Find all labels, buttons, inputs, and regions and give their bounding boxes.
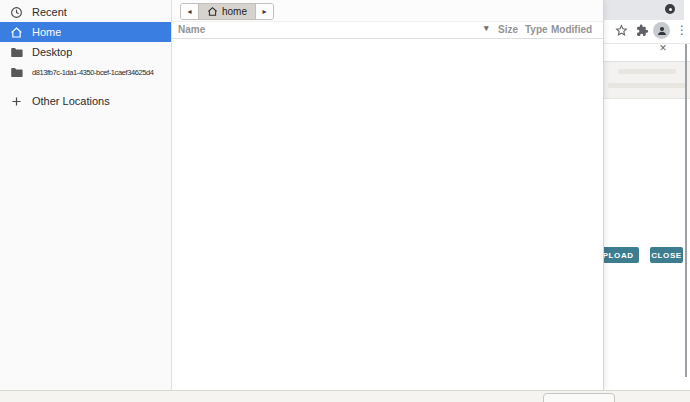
faint-text-bar [618, 69, 676, 74]
folder-icon [10, 66, 23, 79]
screen: ⋮ × UPLOAD CLOSE Recent Ho [0, 0, 690, 402]
column-header-size[interactable]: Size [498, 24, 518, 35]
breadcrumb-current-label: home [222, 6, 247, 17]
column-header-type[interactable]: Type [525, 24, 548, 35]
sidebar-item-volume[interactable]: d813fb7c-1da1-4350-bcef-1caef34625d4 [0, 62, 171, 82]
file-list-empty-area [172, 39, 603, 390]
browser-menu-icon[interactable]: ⋮ [676, 22, 686, 39]
places-sidebar: Recent Home Desktop d813fb7c-1da1-4350-b… [0, 0, 172, 390]
window-edge-scrollbar[interactable] [685, 44, 687, 377]
file-chooser-dialog: Recent Home Desktop d813fb7c-1da1-4350-b… [0, 0, 604, 390]
column-header-name[interactable]: Name [178, 24, 205, 35]
sidebar-item-desktop[interactable]: Desktop [0, 42, 171, 62]
extensions-puzzle-icon[interactable] [636, 24, 649, 37]
breadcrumb-current-button[interactable]: home [198, 4, 256, 19]
breadcrumb: ◂ home ▸ [180, 3, 274, 20]
sort-indicator-icon: ▾ [484, 23, 489, 33]
sidebar-item-label: Desktop [32, 46, 72, 58]
sidebar-item-home[interactable]: Home [0, 22, 171, 42]
plus-icon [10, 95, 23, 108]
sidebar-separator [0, 82, 171, 91]
sidebar-item-label: Recent [32, 6, 67, 18]
record-indicator-icon[interactable] [665, 4, 675, 14]
sidebar-item-other-locations[interactable]: Other Locations [0, 91, 171, 111]
page-header-panel [604, 62, 690, 99]
record-dot [669, 8, 672, 11]
browser-window-strip: ⋮ × UPLOAD CLOSE [604, 0, 690, 390]
sidebar-item-recent[interactable]: Recent [0, 2, 171, 22]
file-browser-main: ◂ home ▸ Name ▾ Size Type Modified [172, 0, 603, 390]
browser-tabstrip [604, 0, 684, 20]
sidebar-item-label: d813fb7c-1da1-4350-bcef-1caef34625d4 [32, 68, 154, 77]
close-button[interactable]: CLOSE [650, 247, 683, 263]
home-icon [10, 26, 23, 39]
recent-clock-icon [10, 6, 23, 19]
sidebar-item-label: Home [32, 26, 61, 38]
breadcrumb-forward-button[interactable]: ▸ [256, 4, 273, 19]
home-icon [207, 6, 218, 17]
list-header: Name ▾ Size Type Modified [172, 22, 603, 39]
column-header-modified[interactable]: Modified [551, 24, 592, 35]
partial-dialog-button[interactable] [543, 393, 615, 402]
bottom-bar [0, 390, 690, 402]
bookmark-star-icon[interactable] [615, 24, 628, 37]
page-close-icon[interactable]: × [657, 41, 669, 55]
sidebar-item-label: Other Locations [32, 95, 110, 107]
breadcrumb-back-button[interactable]: ◂ [181, 4, 198, 19]
faint-text-bar [608, 83, 686, 88]
person-icon [656, 25, 668, 37]
folder-icon [10, 46, 23, 59]
path-bar: ◂ home ▸ [172, 0, 603, 22]
profile-avatar[interactable] [653, 22, 670, 39]
